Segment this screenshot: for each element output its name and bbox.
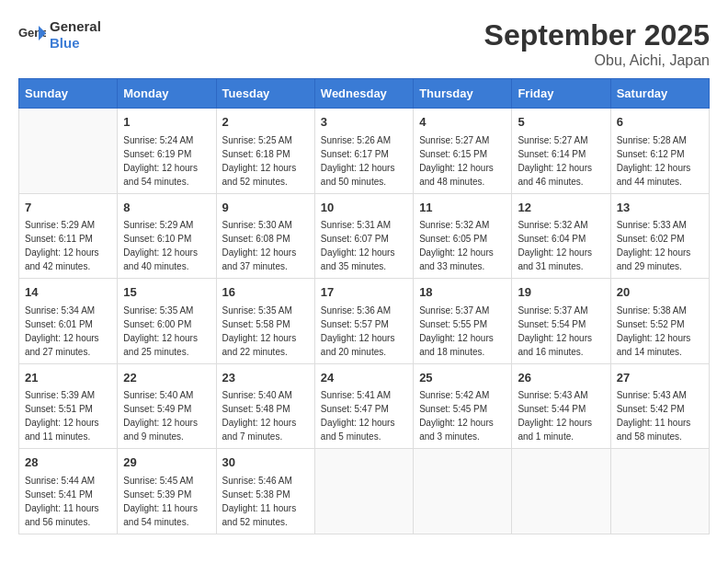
day-cell: 12Sunrise: 5:32 AMSunset: 6:04 PMDayligh…: [512, 193, 610, 279]
cell-info-line: Sunset: 5:55 PM: [419, 317, 506, 331]
cell-info-line: and 27 minutes.: [25, 345, 111, 359]
cell-content: 7Sunrise: 5:29 AMSunset: 6:11 PMDaylight…: [25, 199, 111, 274]
cell-info-line: Sunset: 6:10 PM: [123, 232, 210, 246]
day-cell: [610, 449, 709, 534]
cell-info-line: Daylight: 12 hours: [419, 416, 506, 430]
cell-info-line: Daylight: 12 hours: [518, 331, 604, 345]
cell-info-line: Daylight: 12 hours: [123, 331, 210, 345]
day-cell: 8Sunrise: 5:29 AMSunset: 6:10 PMDaylight…: [118, 193, 216, 279]
cell-info-line: Sunset: 5:51 PM: [25, 402, 111, 416]
cell-info-line: Daylight: 12 hours: [222, 246, 309, 259]
cell-info-line: Sunrise: 5:37 AM: [518, 304, 604, 317]
cell-info-line: Sunrise: 5:42 AM: [419, 388, 506, 402]
cell-info-line: Sunrise: 5:25 AM: [222, 133, 309, 147]
cell-content: 14Sunrise: 5:34 AMSunset: 6:01 PMDayligh…: [25, 283, 111, 359]
cell-info-line: Daylight: 11 hours: [25, 501, 111, 515]
cell-info-line: and 35 minutes.: [321, 259, 407, 273]
day-number: 8: [123, 199, 210, 217]
cell-info-line: and 42 minutes.: [25, 259, 111, 273]
title-area: September 2025 Obu, Aichi, Japan: [484, 18, 710, 69]
cell-info-line: Sunset: 5:54 PM: [518, 317, 604, 331]
cell-info-line: Sunset: 5:48 PM: [222, 402, 309, 416]
day-number: 22: [123, 369, 210, 387]
day-number: 23: [222, 369, 309, 387]
cell-info-line: Sunrise: 5:45 AM: [123, 474, 210, 488]
cell-content: 28Sunrise: 5:44 AMSunset: 5:41 PMDayligh…: [25, 454, 111, 529]
cell-info-line: Sunrise: 5:46 AM: [222, 474, 309, 488]
cell-info-line: Sunrise: 5:27 AM: [419, 133, 506, 147]
cell-info-line: Sunset: 5:45 PM: [419, 402, 506, 416]
day-cell: 3Sunrise: 5:26 AMSunset: 6:17 PMDaylight…: [314, 109, 413, 194]
day-cell: 26Sunrise: 5:43 AMSunset: 5:44 PMDayligh…: [512, 363, 610, 449]
cell-content: 23Sunrise: 5:40 AMSunset: 5:48 PMDayligh…: [222, 369, 309, 444]
cell-content: 29Sunrise: 5:45 AMSunset: 5:39 PMDayligh…: [123, 454, 210, 529]
day-number: 16: [222, 283, 309, 302]
cell-info-line: Sunrise: 5:33 AM: [617, 218, 703, 232]
cell-info-line: Sunset: 6:18 PM: [222, 147, 309, 161]
day-number: 9: [222, 199, 309, 217]
cell-info-line: Sunset: 5:44 PM: [518, 402, 604, 416]
cell-info-line: and 20 minutes.: [321, 345, 407, 359]
day-cell: 29Sunrise: 5:45 AMSunset: 5:39 PMDayligh…: [118, 449, 216, 534]
cell-info-line: Daylight: 11 hours: [617, 416, 703, 430]
weekday-header-row: SundayMondayTuesdayWednesdayThursdayFrid…: [19, 79, 710, 109]
cell-info-line: Daylight: 11 hours: [222, 501, 309, 515]
day-number: 4: [419, 113, 506, 132]
day-number: 5: [518, 113, 604, 132]
cell-info-line: and 5 minutes.: [321, 430, 407, 443]
calendar: SundayMondayTuesdayWednesdayThursdayFrid…: [18, 78, 710, 534]
cell-content: 3Sunrise: 5:26 AMSunset: 6:17 PMDaylight…: [321, 113, 407, 189]
cell-info-line: Daylight: 12 hours: [123, 161, 210, 175]
cell-info-line: Daylight: 12 hours: [518, 416, 604, 430]
logo: General General Blue: [18, 18, 101, 52]
cell-info-line: and 46 minutes.: [518, 175, 604, 189]
cell-info-line: and 56 minutes.: [25, 515, 111, 529]
cell-info-line: and 48 minutes.: [419, 175, 506, 189]
cell-info-line: Daylight: 12 hours: [617, 331, 703, 345]
cell-content: 20Sunrise: 5:38 AMSunset: 5:52 PMDayligh…: [617, 283, 703, 359]
day-cell: 6Sunrise: 5:28 AMSunset: 6:12 PMDaylight…: [610, 109, 709, 194]
week-row-3: 14Sunrise: 5:34 AMSunset: 6:01 PMDayligh…: [19, 279, 710, 364]
cell-content: 16Sunrise: 5:35 AMSunset: 5:58 PMDayligh…: [222, 283, 309, 359]
cell-info-line: Daylight: 12 hours: [518, 161, 604, 175]
cell-info-line: Sunset: 5:58 PM: [222, 317, 309, 331]
cell-info-line: Sunset: 6:19 PM: [123, 147, 210, 161]
day-cell: 28Sunrise: 5:44 AMSunset: 5:41 PMDayligh…: [19, 449, 118, 534]
cell-info-line: Sunset: 6:05 PM: [419, 232, 506, 246]
day-cell: 7Sunrise: 5:29 AMSunset: 6:11 PMDaylight…: [19, 193, 118, 279]
cell-info-line: Sunrise: 5:27 AM: [518, 133, 604, 147]
day-cell: [314, 449, 413, 534]
day-number: 11: [419, 199, 506, 217]
cell-info-line: Daylight: 12 hours: [25, 331, 111, 345]
day-cell: 14Sunrise: 5:34 AMSunset: 6:01 PMDayligh…: [19, 279, 118, 364]
cell-content: 8Sunrise: 5:29 AMSunset: 6:10 PMDaylight…: [123, 199, 210, 274]
cell-info-line: and 9 minutes.: [123, 430, 210, 443]
cell-info-line: Daylight: 12 hours: [222, 331, 309, 345]
day-number: 1: [123, 113, 210, 132]
day-cell: 4Sunrise: 5:27 AMSunset: 6:15 PMDaylight…: [414, 109, 512, 194]
cell-info-line: Daylight: 12 hours: [617, 246, 703, 259]
cell-info-line: Daylight: 12 hours: [419, 331, 506, 345]
cell-content: 30Sunrise: 5:46 AMSunset: 5:38 PMDayligh…: [222, 454, 309, 529]
day-cell: 22Sunrise: 5:40 AMSunset: 5:49 PMDayligh…: [118, 363, 216, 449]
cell-info-line: Sunrise: 5:37 AM: [419, 304, 506, 317]
cell-info-line: Daylight: 11 hours: [123, 501, 210, 515]
cell-info-line: Sunset: 6:00 PM: [123, 317, 210, 331]
week-row-4: 21Sunrise: 5:39 AMSunset: 5:51 PMDayligh…: [19, 363, 710, 449]
cell-info-line: Sunset: 6:01 PM: [25, 317, 111, 331]
logo-icon: General: [18, 24, 46, 46]
cell-info-line: and 44 minutes.: [617, 175, 703, 189]
weekday-saturday: Saturday: [610, 79, 709, 109]
cell-content: 5Sunrise: 5:27 AMSunset: 6:14 PMDaylight…: [518, 113, 604, 189]
cell-content: 12Sunrise: 5:32 AMSunset: 6:04 PMDayligh…: [518, 199, 604, 274]
cell-info-line: Sunrise: 5:43 AM: [518, 388, 604, 402]
cell-info-line: and 54 minutes.: [123, 175, 210, 189]
cell-info-line: Sunset: 5:57 PM: [321, 317, 407, 331]
cell-content: 11Sunrise: 5:32 AMSunset: 6:05 PMDayligh…: [419, 199, 506, 274]
cell-info-line: and 16 minutes.: [518, 345, 604, 359]
cell-info-line: and 31 minutes.: [518, 259, 604, 273]
cell-content: 25Sunrise: 5:42 AMSunset: 5:45 PMDayligh…: [419, 369, 506, 444]
day-number: 25: [419, 369, 506, 387]
day-cell: [19, 109, 118, 194]
cell-info-line: Sunset: 5:49 PM: [123, 402, 210, 416]
